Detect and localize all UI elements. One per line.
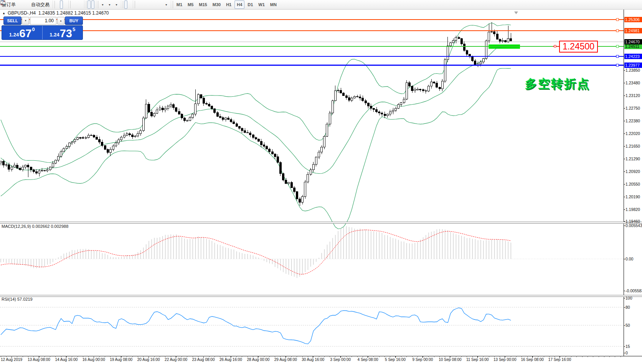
timeframe-m5-button[interactable]: M5: [185, 0, 196, 9]
price-tick: 1.21290: [625, 156, 640, 161]
price-axis[interactable]: [624, 9, 625, 356]
text-button[interactable]: A: [155, 0, 158, 9]
equidistant-channel-button[interactable]: E: [148, 0, 151, 9]
price-label: 1.23977: [624, 63, 642, 68]
macd-label: MACD(12,26,9) 0.002662 0.002988: [2, 224, 68, 229]
candlesticks: [0, 22, 512, 206]
price-tick: 1.20190: [625, 194, 640, 199]
auto-scroll-button[interactable]: [87, 0, 91, 9]
rsi-value: 57.0219: [17, 297, 33, 301]
chevron-down-icon[interactable]: ▼: [115, 3, 118, 6]
toolbar-separator: [68, 1, 71, 8]
sell-price[interactable]: 1.24 67 0: [2, 26, 43, 40]
pane-splitter-macd[interactable]: [0, 222, 642, 224]
text-label-button[interactable]: T: [159, 0, 162, 9]
timeframe-m15-button[interactable]: M15: [196, 0, 209, 9]
fibonacci-button[interactable]: F: [152, 0, 155, 9]
price-label: 1.24511: [624, 44, 642, 49]
price-tick: 1.19820: [625, 207, 640, 212]
zoom-out-button[interactable]: [76, 0, 79, 9]
toolbar-separator: [52, 1, 55, 8]
macd-indicator: [0, 226, 624, 278]
price-label: 1.24670: [624, 39, 642, 44]
shift-marker-icon[interactable]: [514, 12, 518, 14]
timeframe-m1-button[interactable]: M1: [174, 0, 185, 9]
timeframe-h4-button[interactable]: H4: [234, 0, 244, 9]
macd-tick: -0.005583: [625, 288, 642, 293]
crosshair-button[interactable]: [128, 0, 131, 9]
rsi-tick: 100: [625, 296, 632, 301]
indicators-button[interactable]: ▼: [99, 0, 106, 9]
price-tick: 1.23120: [625, 93, 640, 98]
horizontal-line-button[interactable]: [140, 0, 143, 9]
horizontal-lines[interactable]: [0, 18, 624, 66]
chevron-down-icon[interactable]: ▼: [108, 3, 111, 6]
ohlc-close: 1.24670: [92, 10, 109, 16]
price-tick: 1.22380: [625, 119, 640, 124]
chat-icon: [0, 0, 6, 6]
sell-button[interactable]: SELL: [3, 16, 21, 25]
candlestick-button[interactable]: [60, 0, 63, 9]
timeframe-m30-button[interactable]: M30: [210, 0, 223, 9]
ohlc-open: 1.24835: [38, 10, 55, 16]
rsi-tick: 15: [625, 344, 630, 349]
price-tick: 1.23480: [625, 81, 640, 86]
cursor-button[interactable]: [124, 0, 127, 9]
market-watch-button[interactable]: [22, 0, 25, 9]
time-tick: 17 Sep 16:00: [543, 357, 577, 362]
signals-button[interactable]: [26, 0, 29, 9]
zoom-in-button[interactable]: [72, 0, 75, 9]
volume-up-button[interactable]: ▲: [57, 17, 64, 25]
collapse-icon[interactable]: ▲: [2, 12, 5, 15]
price-tick: 1.22750: [625, 106, 640, 111]
ohlc-low: 1.24615: [74, 10, 91, 16]
vertical-line-button[interactable]: [136, 0, 139, 9]
chat-button[interactable]: [636, 0, 639, 9]
ohlc-high: 1.24882: [56, 10, 73, 16]
rsi-tick: 80: [625, 305, 630, 310]
toolbar-separator: [170, 1, 173, 8]
macd-tick: 0.00: [625, 257, 633, 262]
price-label: 1.24223: [624, 54, 642, 59]
bar-chart-button[interactable]: [56, 0, 59, 9]
arrows-button[interactable]: ▼: [163, 0, 169, 9]
search-button[interactable]: [632, 0, 635, 9]
buy-button[interactable]: BUY: [65, 16, 83, 25]
chevron-down-icon[interactable]: ▼: [101, 3, 104, 6]
price-label: 1.24981: [624, 28, 642, 33]
rsi-label: RSI(14) 57.0219: [2, 297, 33, 301]
turning-point-text: 多空转折点: [525, 76, 590, 92]
toolbar-separator: [84, 1, 86, 8]
price-tick: 1.21650: [625, 144, 640, 149]
chevron-down-icon[interactable]: ▼: [165, 3, 168, 6]
templates-button[interactable]: ▼: [113, 0, 119, 9]
price-target-box[interactable]: 1.24500: [559, 41, 598, 53]
timeframe-h1-button[interactable]: H1: [224, 0, 234, 9]
chart-shift-button[interactable]: [91, 0, 94, 9]
buy-price[interactable]: 1.24 73 5: [43, 26, 83, 40]
toolbar-separator: [120, 1, 123, 8]
volume-input[interactable]: 1.00: [30, 17, 56, 25]
trendline-button[interactable]: [144, 0, 147, 9]
rsi-tick: 50: [625, 323, 630, 328]
timeframe-d1-button[interactable]: D1: [245, 0, 255, 9]
macd-values: 0.002662 0.002988: [32, 224, 68, 229]
toolbar-separator: [96, 1, 98, 8]
periods-button[interactable]: ▼: [106, 0, 112, 9]
tile-windows-button[interactable]: [79, 0, 83, 9]
chart-canvas[interactable]: [0, 0, 642, 364]
price-tick: 1.22020: [625, 131, 640, 136]
auto-trading-button[interactable]: 自动交易: [30, 0, 51, 9]
toolbar-separator: [132, 1, 135, 8]
timeframe-w1-button[interactable]: W1: [256, 0, 267, 9]
line-chart-button[interactable]: [64, 0, 67, 9]
pane-splitter-rsi[interactable]: [0, 295, 642, 297]
bollinger-bands[interactable]: [1, 23, 511, 229]
volume-down-button[interactable]: ▼: [22, 17, 29, 25]
chart-title: ▲GBPUSD-,H4 1.24835 1.24882 1.24615 1.24…: [2, 10, 109, 16]
timeframe-mn-button[interactable]: MN: [268, 0, 279, 9]
one-click-trading-panel: SELL ▼ 1.00 ▲ BUY 1.24 67 0 1.24 73 5: [2, 17, 83, 40]
quotes-button[interactable]: [18, 0, 21, 9]
rsi-indicator: [0, 307, 624, 346]
price-tick: 1.23850: [625, 68, 640, 73]
